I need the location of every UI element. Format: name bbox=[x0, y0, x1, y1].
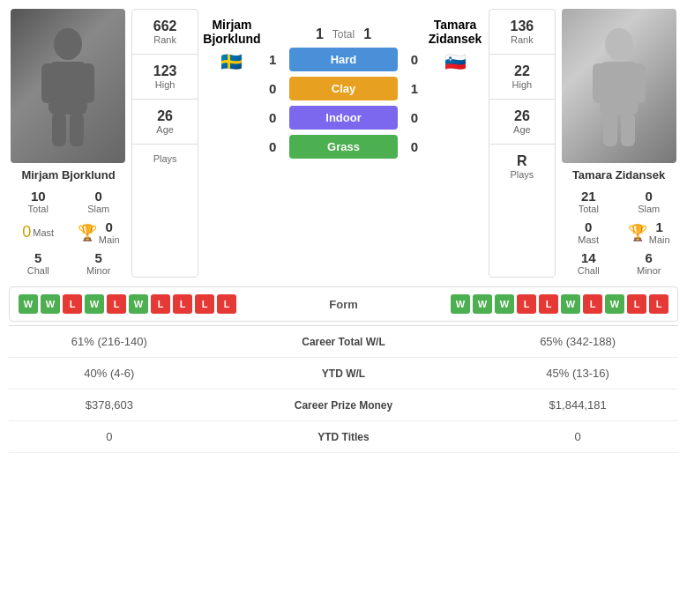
form-right: W W W L L W L W L L bbox=[411, 294, 669, 314]
stats-center-label: Career Prize Money bbox=[210, 390, 478, 421]
right-stats-panel: 136 Rank 22 High 26 Age R Plays bbox=[489, 9, 556, 278]
stats-left-val: 40% (4-6) bbox=[9, 358, 210, 390]
left-total-cell: 10 Total bbox=[9, 187, 67, 216]
trophy-icon-left: 🏆 bbox=[78, 223, 97, 242]
form-badge-ll1: L bbox=[63, 294, 82, 314]
svg-rect-3 bbox=[82, 63, 94, 103]
surface-row-indoor: 0 Indoor 0 bbox=[262, 106, 426, 130]
svg-rect-10 bbox=[603, 113, 617, 146]
form-badge-lw3: W bbox=[85, 294, 104, 314]
svg-rect-2 bbox=[41, 63, 54, 103]
form-badge-lw1: W bbox=[19, 294, 38, 314]
left-plays-row: Plays bbox=[132, 145, 198, 173]
form-badge-rl3: L bbox=[583, 294, 602, 314]
total-label: Total bbox=[332, 28, 355, 41]
right-chall-cell: 14 Chall bbox=[559, 249, 617, 278]
hard-badge: Hard bbox=[289, 48, 399, 71]
grass-badge: Grass bbox=[289, 135, 399, 159]
total-left-score: 1 bbox=[316, 26, 324, 42]
surface-row-clay: 0 Clay 1 bbox=[262, 77, 426, 100]
svg-point-6 bbox=[605, 28, 633, 60]
stats-left-val: $378,603 bbox=[9, 390, 210, 421]
left-stats-panel: 662 Rank 123 High 26 Age Plays bbox=[131, 9, 198, 278]
left-slam-cell: 0 Slam bbox=[69, 187, 128, 216]
left-age-row: 26 Age bbox=[132, 100, 198, 145]
stats-row: 0 YTD Titles 0 bbox=[9, 421, 678, 453]
right-trophy-icon-cell: 🏆 1 Main bbox=[620, 218, 679, 247]
form-badge-ll2: L bbox=[107, 294, 126, 314]
stats-center-label: YTD Titles bbox=[210, 421, 478, 453]
left-trophy-cell: 0 Mast bbox=[9, 218, 67, 247]
surface-row-hard: 1 Hard 0 bbox=[262, 48, 426, 71]
form-badge-lw2: W bbox=[41, 294, 60, 314]
stats-row: 40% (4-6) YTD W/L 45% (13-16) bbox=[9, 358, 678, 390]
right-mast-cell: 0 Mast bbox=[559, 218, 617, 247]
form-badge-rl4: L bbox=[627, 294, 646, 314]
right-player-card: Tamara Zidansek 21 Total 0 Slam 0 Mast 🏆 bbox=[559, 9, 678, 278]
form-badge-rw5: W bbox=[605, 294, 624, 314]
form-badge-ll6: L bbox=[217, 294, 236, 314]
stats-center-label: YTD W/L bbox=[210, 358, 478, 390]
center-panel: 1 Total 1 1 Hard 0 0 Clay 1 0 Indoor bbox=[262, 9, 426, 278]
stats-center-label: Career Total W/L bbox=[210, 326, 478, 358]
svg-rect-5 bbox=[70, 113, 84, 146]
left-high-row: 123 High bbox=[132, 55, 198, 100]
right-high-row: 22 High bbox=[489, 55, 555, 100]
svg-rect-11 bbox=[621, 113, 635, 146]
left-chall-cell: 5 Chall bbox=[9, 249, 67, 278]
form-badge-ll5: L bbox=[195, 294, 214, 314]
left-minor-cell: 5 Minor bbox=[69, 249, 128, 278]
right-player-photo bbox=[562, 9, 676, 163]
form-badge-ll3: L bbox=[151, 294, 170, 314]
form-badge-lw4: W bbox=[129, 294, 148, 314]
stats-left-val: 61% (216-140) bbox=[9, 326, 210, 358]
form-section: W W L W L W L L L L Form W W W L L W L W… bbox=[9, 286, 678, 322]
form-left: W W L W L W L L L L bbox=[19, 294, 277, 314]
left-player-card: Mirjam Bjorklund 10 Total 0 Slam 0 Mast bbox=[9, 9, 128, 278]
indoor-badge: Indoor bbox=[289, 106, 399, 130]
svg-rect-8 bbox=[593, 63, 605, 103]
right-flag: 🇸🇮 bbox=[444, 51, 467, 72]
form-badge-rw2: W bbox=[473, 294, 492, 314]
left-flag: 🇸🇪 bbox=[220, 51, 243, 72]
trophy-icon-right: 🏆 bbox=[628, 223, 647, 242]
left-trophy-icon-cell: 🏆 0 Main bbox=[69, 218, 128, 247]
right-rank-row: 136 Rank bbox=[489, 10, 555, 55]
svg-rect-9 bbox=[633, 63, 646, 103]
form-label: Form bbox=[282, 298, 406, 311]
right-slam-cell: 0 Slam bbox=[620, 187, 679, 216]
left-player-photo bbox=[11, 9, 125, 163]
form-badge-rw1: W bbox=[451, 294, 470, 314]
stats-row: $378,603 Career Prize Money $1,844,181 bbox=[9, 390, 678, 421]
form-badge-rl5: L bbox=[649, 294, 668, 314]
left-mast-value: 0 bbox=[22, 223, 31, 241]
svg-rect-1 bbox=[49, 62, 87, 115]
surface-row-grass: 0 Grass 0 bbox=[262, 135, 426, 159]
surface-rows: 1 Hard 0 0 Clay 1 0 Indoor 0 0 Grass bbox=[262, 48, 426, 159]
stats-right-val: 45% (13-16) bbox=[477, 358, 678, 390]
stats-left-val: 0 bbox=[9, 421, 210, 453]
right-age-row: 26 Age bbox=[489, 100, 555, 145]
form-badge-ll4: L bbox=[173, 294, 192, 314]
stats-right-val: 0 bbox=[477, 421, 678, 453]
svg-rect-4 bbox=[52, 113, 66, 146]
left-player-title: Mirjam Bjorklund bbox=[202, 18, 261, 46]
left-rank-row: 662 Rank bbox=[132, 10, 198, 55]
clay-badge: Clay bbox=[289, 77, 399, 100]
form-badge-rw3: W bbox=[495, 294, 514, 314]
svg-point-0 bbox=[54, 28, 82, 60]
right-player-name: Tamara Zidansek bbox=[572, 168, 665, 182]
right-total-cell: 21 Total bbox=[559, 187, 617, 216]
right-minor-cell: 6 Minor bbox=[620, 249, 679, 278]
form-badge-rw4: W bbox=[561, 294, 580, 314]
left-player-name: Mirjam Bjorklund bbox=[21, 168, 115, 182]
right-plays-row: R Plays bbox=[489, 145, 555, 189]
right-player-title: Tamara Zidansek bbox=[425, 18, 484, 46]
stats-table: 61% (216-140) Career Total W/L 65% (342-… bbox=[9, 325, 678, 453]
stats-right-val: $1,844,181 bbox=[477, 390, 678, 421]
total-right-score: 1 bbox=[363, 26, 371, 42]
total-row: 1 Total 1 bbox=[316, 26, 371, 42]
svg-rect-7 bbox=[600, 62, 638, 115]
stats-right-val: 65% (342-188) bbox=[477, 326, 678, 358]
stats-row: 61% (216-140) Career Total W/L 65% (342-… bbox=[9, 326, 678, 358]
